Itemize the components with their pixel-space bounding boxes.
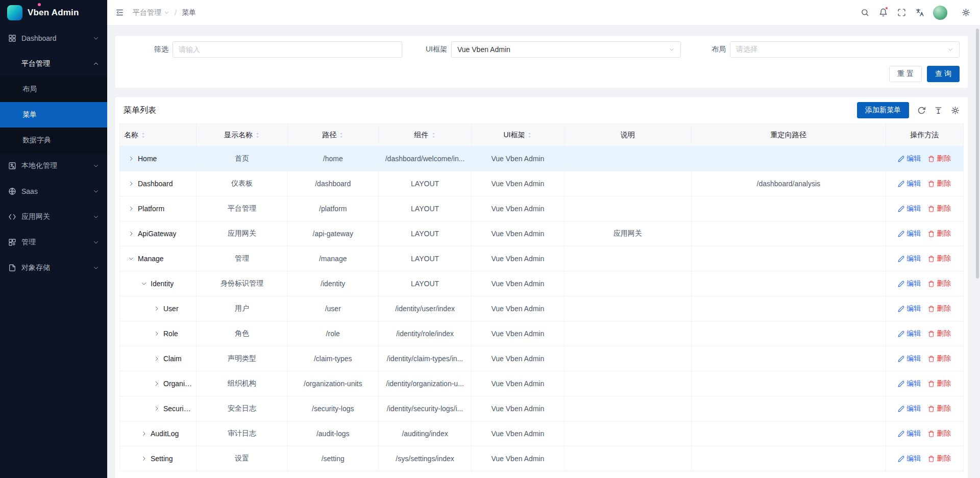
- column-header-3[interactable]: 路径: [287, 124, 378, 146]
- table-row[interactable]: Organiz...组织机构/organization-units/identi…: [120, 371, 964, 396]
- sort-icons[interactable]: [339, 133, 344, 138]
- column-header-1[interactable]: 名称: [120, 124, 197, 146]
- breadcrumb-parent[interactable]: 平台管理: [133, 8, 169, 17]
- sort-icons[interactable]: [141, 133, 145, 138]
- collapse-row-icon[interactable]: [128, 256, 134, 262]
- column-header-5[interactable]: UI框架: [472, 124, 564, 146]
- delete-button[interactable]: 删除: [928, 454, 951, 463]
- expand-row-icon[interactable]: [128, 181, 134, 187]
- delete-button[interactable]: 删除: [928, 354, 951, 363]
- table-toolbar-right: 添加新菜单: [857, 102, 960, 118]
- expand-row-icon[interactable]: [154, 356, 160, 362]
- delete-button[interactable]: 删除: [928, 404, 951, 413]
- table-row[interactable]: Dashboard仪表板/dashboardLAYOUTVue Vben Adm…: [120, 171, 964, 196]
- edit-button[interactable]: 编辑: [898, 154, 921, 163]
- column-header-4[interactable]: 组件: [378, 124, 471, 146]
- cell-description: [564, 196, 691, 221]
- layout-select[interactable]: 请选择: [730, 41, 960, 58]
- edit-button[interactable]: 编辑: [898, 404, 921, 413]
- sort-icons[interactable]: [431, 133, 436, 138]
- sidebar-fold-icon[interactable]: [110, 0, 129, 26]
- cell-ui-framework: Vue Vben Admin: [472, 346, 564, 371]
- edit-button[interactable]: 编辑: [898, 204, 921, 213]
- edit-button[interactable]: 编辑: [898, 429, 921, 438]
- delete-button[interactable]: 删除: [928, 379, 951, 388]
- filter-row: 筛选 UI框架 Vue Vben Admin 布局 请选择: [124, 41, 960, 58]
- translate-icon[interactable]: [911, 0, 929, 26]
- expand-row-icon[interactable]: [154, 331, 160, 337]
- delete-button[interactable]: 删除: [928, 429, 951, 438]
- table-row[interactable]: Setting设置/setting/sys/settings/indexVue …: [120, 446, 964, 471]
- expand-row-icon[interactable]: [128, 156, 134, 162]
- filter-input[interactable]: [173, 41, 402, 58]
- column-settings-icon[interactable]: [951, 106, 960, 115]
- edit-button[interactable]: 编辑: [898, 304, 921, 313]
- table-row[interactable]: Manage管理/manageLAYOUTVue Vben Admin编辑删除: [120, 246, 964, 271]
- bell-icon[interactable]: [874, 0, 892, 26]
- sort-icons[interactable]: [255, 133, 260, 138]
- edit-button[interactable]: 编辑: [898, 354, 921, 363]
- logo[interactable]: Vben Admin: [0, 0, 107, 26]
- table-row[interactable]: Role角色/role/identity/role/indexVue Vben …: [120, 321, 964, 346]
- sidebar-item-localization[interactable]: 本地化管理: [0, 153, 107, 179]
- column-header-2[interactable]: 显示名称: [197, 124, 287, 146]
- table-row[interactable]: ApiGateway应用网关/api-gatewayLAYOUTVue Vben…: [120, 221, 964, 246]
- sidebar-subitem-menu[interactable]: 菜单: [0, 102, 107, 128]
- dashboard-icon: [8, 34, 16, 42]
- sidebar-subitem-data-dictionary[interactable]: 数据字典: [0, 128, 107, 153]
- expand-row-icon[interactable]: [154, 306, 160, 312]
- delete-button[interactable]: 删除: [928, 204, 951, 213]
- cell-display-name: 角色: [197, 321, 287, 346]
- table-row[interactable]: Platform平台管理/platformLAYOUTVue Vben Admi…: [120, 196, 964, 221]
- add-menu-button[interactable]: 添加新菜单: [857, 102, 909, 118]
- framework-select[interactable]: Vue Vben Admin: [451, 41, 681, 58]
- refresh-icon[interactable]: [917, 106, 926, 115]
- expand-row-icon[interactable]: [128, 206, 134, 212]
- table-row[interactable]: User用户/user/identity/user/indexVue Vben …: [120, 296, 964, 321]
- settings-gear-icon[interactable]: [957, 0, 975, 26]
- expand-row-icon[interactable]: [154, 406, 160, 412]
- expand-row-icon[interactable]: [141, 431, 147, 437]
- delete-button[interactable]: 删除: [928, 254, 951, 263]
- query-button[interactable]: 查 询: [927, 66, 960, 82]
- sidebar-subitem-layout[interactable]: 布局: [0, 77, 107, 102]
- delete-button[interactable]: 删除: [928, 304, 951, 313]
- table-row[interactable]: Security...安全日志/security-logs/identity/s…: [120, 396, 964, 421]
- page-scrollbar[interactable]: [976, 29, 979, 472]
- edit-button[interactable]: 编辑: [898, 329, 921, 338]
- delete-button[interactable]: 删除: [928, 329, 951, 338]
- edit-button[interactable]: 编辑: [898, 179, 921, 188]
- row-height-icon[interactable]: [934, 106, 943, 115]
- sidebar-item-saas[interactable]: Saas: [0, 179, 107, 204]
- edit-button[interactable]: 编辑: [898, 254, 921, 263]
- expand-row-icon[interactable]: [154, 381, 160, 387]
- delete-button[interactable]: 删除: [928, 279, 951, 288]
- fullscreen-icon[interactable]: [892, 0, 911, 26]
- expand-row-icon[interactable]: [128, 231, 134, 237]
- edit-button[interactable]: 编辑: [898, 379, 921, 388]
- table-row[interactable]: AuditLog审计日志/audit-logs/auditing/indexVu…: [120, 421, 964, 446]
- table-row[interactable]: Claim声明类型/claim-types/identity/claim-typ…: [120, 346, 964, 371]
- sidebar-item-object-storage[interactable]: 对象存储: [0, 255, 107, 281]
- table-row[interactable]: Home首页/home/dashboard/welcome/in...Vue V…: [120, 146, 964, 171]
- delete-button[interactable]: 删除: [928, 179, 951, 188]
- delete-button[interactable]: 删除: [928, 229, 951, 238]
- sidebar-item-api-gateway[interactable]: 应用网关: [0, 204, 107, 230]
- column-label: 组件: [414, 131, 429, 140]
- sidebar-item-dashboard[interactable]: Dashboard: [0, 26, 107, 51]
- edit-label: 编辑: [906, 154, 921, 163]
- scrollbar-thumb[interactable]: [976, 29, 979, 279]
- avatar[interactable]: [933, 6, 947, 20]
- edit-button[interactable]: 编辑: [898, 229, 921, 238]
- search-icon[interactable]: [855, 0, 874, 26]
- sort-icons[interactable]: [527, 133, 532, 138]
- sidebar-item-manage[interactable]: 管理: [0, 230, 107, 255]
- sidebar-item-platform[interactable]: 平台管理: [0, 51, 107, 77]
- edit-button[interactable]: 编辑: [898, 454, 921, 463]
- edit-button[interactable]: 编辑: [898, 279, 921, 288]
- delete-button[interactable]: 删除: [928, 154, 951, 163]
- collapse-row-icon[interactable]: [141, 281, 147, 287]
- table-row[interactable]: Identity身份标识管理/identityLAYOUTVue Vben Ad…: [120, 271, 964, 296]
- reset-button[interactable]: 重 置: [889, 66, 922, 82]
- expand-row-icon[interactable]: [141, 456, 147, 462]
